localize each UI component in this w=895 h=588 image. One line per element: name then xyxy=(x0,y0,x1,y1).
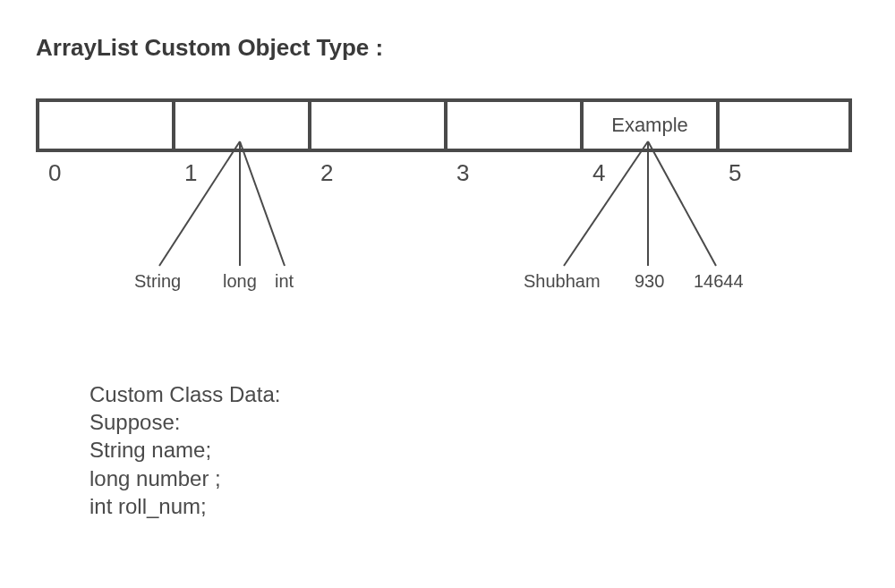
array-indices: 0 1 2 3 4 5 xyxy=(36,159,852,187)
array-cell-1 xyxy=(172,98,308,152)
example-label-number: 930 xyxy=(635,271,664,292)
class-data-block: Custom Class Data: Suppose: String name;… xyxy=(90,380,280,520)
type-label-string: String xyxy=(134,271,181,292)
index-0: 0 xyxy=(36,159,172,187)
array-cell-4: Example xyxy=(580,98,716,152)
index-5: 5 xyxy=(716,159,852,187)
diagram-title: ArrayList Custom Object Type : xyxy=(36,34,383,62)
example-label-name: Shubham xyxy=(524,271,601,292)
class-data-line3: String name; xyxy=(90,436,280,464)
array-cells: Example xyxy=(36,98,852,152)
example-label-roll: 14644 xyxy=(694,271,744,292)
array-cell-3 xyxy=(444,98,580,152)
array-cell-0 xyxy=(36,98,172,152)
class-data-line5: int roll_num; xyxy=(90,492,280,520)
class-data-line1: Custom Class Data: xyxy=(90,380,280,408)
type-label-int: int xyxy=(275,271,294,292)
class-data-line4: long number ; xyxy=(90,464,280,492)
index-3: 3 xyxy=(444,159,580,187)
array-cell-2 xyxy=(308,98,444,152)
array-cell-5 xyxy=(716,98,852,152)
index-4: 4 xyxy=(580,159,716,187)
class-data-line2: Suppose: xyxy=(90,408,280,436)
index-1: 1 xyxy=(172,159,308,187)
index-2: 2 xyxy=(308,159,444,187)
type-label-long: long xyxy=(223,271,257,292)
